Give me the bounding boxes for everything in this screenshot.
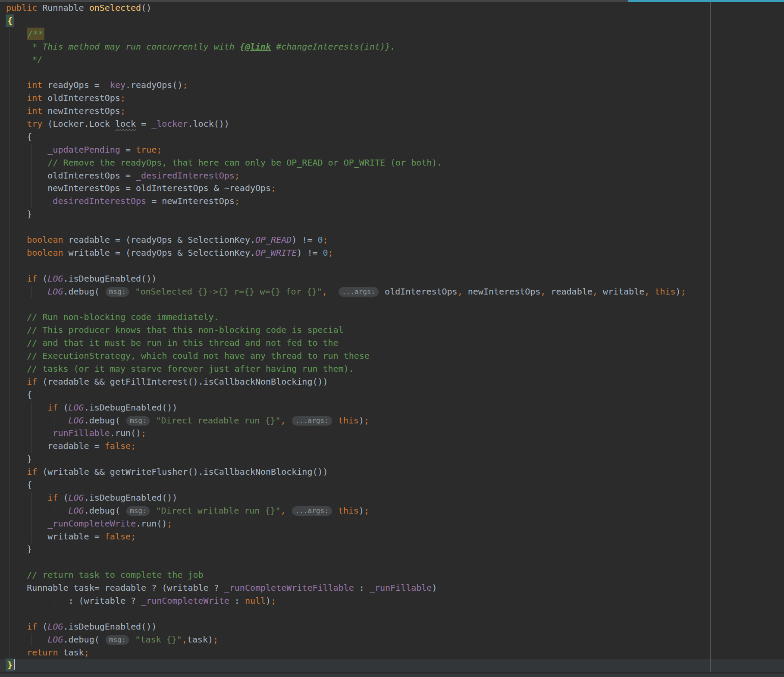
code-token: onSelected <box>89 3 141 13</box>
code-token: ( <box>58 402 68 413</box>
code-line[interactable] <box>0 298 784 311</box>
code-token: "onSelected {}->{} r={} w={} for {}" <box>135 286 322 297</box>
code-line[interactable]: newInterestOps = oldInterestOps & ~ready… <box>0 182 784 195</box>
code-line[interactable]: { <box>0 389 784 401</box>
code-token: _runCompleteWrite <box>141 596 229 606</box>
code-token: if <box>27 467 37 477</box>
code-token: : <box>354 583 370 593</box>
code-line[interactable]: LOG.debug( msg: "Direct readable run {}"… <box>0 414 784 427</box>
code-token: .debug( <box>84 505 125 516</box>
code-token: public <box>6 3 37 13</box>
code-line[interactable]: // and that it must be run in this threa… <box>0 337 784 350</box>
code-line[interactable]: LOG.debug( msg: "Direct writable run {}"… <box>0 505 784 517</box>
code-token: try <box>27 119 42 129</box>
code-line[interactable]: // Remove the readyOps, that here can on… <box>0 157 784 169</box>
code-line[interactable]: * This method may run concurrently with … <box>0 41 784 53</box>
code-token: (readable && getFillInterest().isCallbac… <box>37 376 328 387</box>
code-token: LOG <box>47 286 63 297</box>
code-token: "Direct writable run {}" <box>156 505 281 516</box>
code-token: oldInterestOps <box>42 93 120 103</box>
code-line[interactable]: } <box>0 543 784 556</box>
code-line[interactable]: if (writable && getWriteFlusher().isCall… <box>0 466 784 479</box>
code-token: LOG <box>69 492 84 503</box>
code-token <box>6 325 27 335</box>
code-token: { <box>6 480 32 490</box>
code-line[interactable]: _desiredInterestOps = newInterestOps; <box>0 195 784 208</box>
code-token: .readyOps() <box>125 80 182 90</box>
code-line[interactable]: _updatePending = true; <box>0 144 784 157</box>
code-token: _updatePending <box>47 144 120 155</box>
code-token: ( <box>37 273 47 284</box>
code-line[interactable]: boolean writable = (readyOps & Selection… <box>0 247 784 260</box>
code-line[interactable]: // ExecutionStrategy, which could not ha… <box>0 350 784 363</box>
code-token: .run() <box>136 518 167 529</box>
code-line[interactable] <box>0 608 784 621</box>
code-line[interactable]: if (LOG.isDebugEnabled()) <box>0 621 784 633</box>
code-token <box>6 28 27 39</box>
code-token: _runFillable <box>370 583 432 593</box>
code-line[interactable]: public Runnable onSelected() <box>0 2 784 15</box>
code-line[interactable]: : (writable ? _runCompleteWrite : null); <box>0 595 784 608</box>
code-line[interactable]: // tasks (or it may starve forever just … <box>0 363 784 376</box>
code-token: oldInterestOps = <box>6 170 136 181</box>
code-line[interactable]: writable = false; <box>0 530 784 543</box>
code-token: { <box>6 132 32 142</box>
code-line[interactable]: int readyOps = _key.readyOps(); <box>0 79 784 92</box>
code-line[interactable]: } <box>0 208 784 221</box>
code-token: boolean <box>27 235 63 245</box>
code-token: = <box>120 144 136 155</box>
code-line[interactable]: int oldInterestOps; <box>0 92 784 105</box>
code-token: null <box>245 596 266 606</box>
code-line[interactable]: int newInterestOps; <box>0 105 784 118</box>
code-token: , <box>322 286 327 297</box>
code-token <box>6 286 47 297</box>
code-token <box>6 93 27 103</box>
code-token: int <box>27 80 42 90</box>
code-line[interactable]: try (Locker.Lock lock = _locker.lock()) <box>0 118 784 131</box>
code-line[interactable] <box>0 556 784 569</box>
code-line[interactable]: */ <box>0 53 784 66</box>
code-token: ) <box>359 415 364 426</box>
code-line[interactable] <box>0 66 784 79</box>
code-token: false <box>105 531 131 542</box>
code-token: .isDebugEnabled()) <box>84 492 178 503</box>
code-line[interactable]: // return task to complete the job <box>0 569 784 582</box>
code-token: LOG <box>47 273 63 284</box>
code-token <box>6 80 27 90</box>
code-line[interactable]: readable = false; <box>0 440 784 453</box>
code-line[interactable]: { <box>0 15 784 28</box>
code-line[interactable]: } <box>0 453 784 466</box>
code-token: int <box>27 93 42 103</box>
code-line[interactable]: LOG.debug( msg: "onSelected {}->{} r={} … <box>0 285 784 298</box>
code-line[interactable]: // This producer knows that this non-blo… <box>0 324 784 337</box>
code-line[interactable]: if (readable && getFillInterest().isCall… <box>0 376 784 389</box>
code-line[interactable] <box>0 221 784 234</box>
code-line[interactable] <box>0 260 784 273</box>
inlay-parameter-hint: msg: <box>106 635 129 645</box>
code-line[interactable]: _runCompleteWrite.run(); <box>0 517 784 530</box>
code-token: .isDebugEnabled()) <box>63 273 157 284</box>
code-line[interactable]: // Run non-blocking code immediately. <box>0 311 784 324</box>
code-line[interactable]: boolean readable = (readyOps & Selection… <box>0 234 784 247</box>
code-line[interactable]: if (LOG.isDebugEnabled()) <box>0 492 784 505</box>
code-line[interactable]: LOG.debug( msg: "task {}",task); <box>0 633 784 646</box>
code-line[interactable]: } <box>0 659 784 672</box>
code-line[interactable]: if (LOG.isDebugEnabled()) <box>0 273 784 285</box>
code-line[interactable]: oldInterestOps = _desiredInterestOps; <box>0 169 784 182</box>
code-line[interactable]: { <box>0 479 784 492</box>
code-line[interactable]: return task; <box>0 646 784 659</box>
code-token <box>6 144 47 155</box>
code-line[interactable]: _runFillable.run(); <box>0 427 784 440</box>
code-area[interactable]: public Runnable onSelected(){ /** * This… <box>0 2 784 672</box>
bottom-strip <box>0 673 784 677</box>
code-token: readable <box>546 286 592 297</box>
code-token: .isDebugEnabled()) <box>63 621 157 632</box>
inlay-parameter-hint: ...args: <box>292 416 332 426</box>
code-line[interactable]: Runnable task= readable ? (writable ? _r… <box>0 582 784 595</box>
code-token: 0 <box>318 235 323 245</box>
code-line[interactable]: { <box>0 131 784 144</box>
code-token: writable <box>598 286 644 297</box>
code-line[interactable]: /** <box>0 28 784 41</box>
code-line[interactable]: if (LOG.isDebugEnabled()) <box>0 401 784 414</box>
code-token: this <box>338 505 359 516</box>
